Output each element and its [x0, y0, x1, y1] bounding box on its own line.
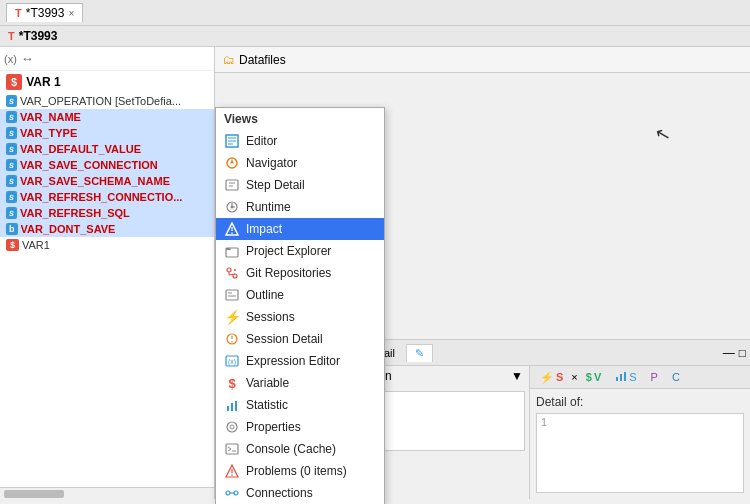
s-badge: s [6, 95, 17, 107]
br-close-icon[interactable]: × [571, 371, 577, 383]
tab-label: *T3993 [26, 6, 65, 20]
br-v-label: V [594, 371, 601, 383]
list-item[interactable]: s VAR_REFRESH_SQL [0, 205, 214, 221]
git-label: Git Repositories [246, 266, 331, 280]
br-s2-label: S [629, 371, 636, 383]
edit-tab-icon: ✎ [415, 347, 424, 360]
menu-item-problems[interactable]: Problems (0 items) [216, 460, 384, 482]
datafiles-label: Datafiles [239, 53, 286, 67]
arrow-icon: ↔ [21, 51, 34, 66]
menu-item-editor[interactable]: Editor [216, 130, 384, 152]
menu-item-step-detail[interactable]: Step Detail [216, 174, 384, 196]
sessions-icon: ⚡ [224, 309, 240, 325]
svg-rect-22 [226, 290, 238, 300]
var-main-name: VAR 1 [26, 75, 60, 89]
br-tab-sessions[interactable]: ⚡ S [534, 370, 569, 385]
svg-marker-5 [230, 159, 234, 164]
navigator-label: Navigator [246, 156, 297, 170]
tab-close-icon[interactable]: × [68, 8, 74, 19]
svg-point-17 [227, 268, 231, 272]
list-item-text: VAR_OPERATION [SetToDefia... [20, 95, 181, 107]
list-item[interactable]: s VAR_DEFAULT_VALUE [0, 141, 214, 157]
menu-item-sessions[interactable]: ⚡ Sessions [216, 306, 384, 328]
b-badge: b [6, 223, 18, 235]
views-dropdown-menu: Views Editor Navigator Step Detail [215, 107, 385, 504]
mouse-cursor: ↖ [652, 121, 672, 146]
statistic-icon [224, 397, 240, 413]
var-list: s VAR_OPERATION [SetToDefia... s VAR_NAM… [0, 93, 214, 487]
down-arrow-icon[interactable]: ▼ [511, 369, 523, 383]
menu-item-runtime[interactable]: Runtime [216, 196, 384, 218]
connections-label: Connections [246, 486, 313, 500]
svg-point-41 [234, 491, 238, 495]
menu-item-project-explorer[interactable]: Project Explorer [216, 240, 384, 262]
menu-item-console[interactable]: Console (Cache) [216, 438, 384, 460]
var-dollar-badge: $ [6, 74, 22, 90]
menu-item-properties[interactable]: Properties [216, 416, 384, 438]
br-tab-stat[interactable]: S [609, 369, 642, 385]
list-item[interactable]: s VAR_NAME [0, 109, 214, 125]
list-item[interactable]: s VAR_TYPE [0, 125, 214, 141]
runtime-label: Runtime [246, 200, 291, 214]
menu-item-expression-editor[interactable]: (x) Expression Editor [216, 350, 384, 372]
br-tab-p[interactable]: P [645, 370, 664, 384]
maximize-button[interactable]: □ [739, 346, 746, 360]
connections-icon [224, 485, 240, 501]
svg-rect-45 [624, 372, 626, 381]
list-item[interactable]: b VAR_DONT_SAVE [0, 221, 214, 237]
svg-point-19 [234, 269, 236, 271]
svg-rect-6 [226, 180, 238, 190]
menu-item-session-detail[interactable]: Session Detail [216, 328, 384, 350]
list-item-text: VAR1 [22, 239, 50, 251]
s-badge: s [6, 143, 17, 155]
main-tab[interactable]: T *T3993 × [6, 3, 83, 22]
s-badge: s [6, 207, 17, 219]
br-tab-var[interactable]: $ V [580, 370, 607, 384]
breadcrumb-label: *T3993 [19, 29, 58, 43]
tab-edit[interactable]: ✎ [406, 344, 433, 362]
list-item[interactable]: s VAR_OPERATION [SetToDefia... [0, 93, 214, 109]
sessions-label: Sessions [246, 310, 295, 324]
svg-rect-43 [616, 377, 618, 381]
variable-label: Variable [246, 376, 289, 390]
detail-of-label: Detail of: [536, 395, 744, 409]
horizontal-scrollbar[interactable] [0, 487, 214, 499]
br-s-label: S [556, 371, 563, 383]
project-explorer-label: Project Explorer [246, 244, 331, 258]
list-item-text: VAR_TYPE [20, 127, 77, 139]
list-item[interactable]: s VAR_REFRESH_CONNECTIO... [0, 189, 214, 205]
s-badge: s [6, 111, 17, 123]
br-p-label: P [651, 371, 658, 383]
menu-item-git[interactable]: Git Repositories [216, 262, 384, 284]
svg-point-40 [226, 491, 230, 495]
properties-icon [224, 419, 240, 435]
list-item[interactable]: s VAR_SAVE_SCHEMA_NAME [0, 173, 214, 189]
list-item[interactable]: s VAR_SAVE_CONNECTION [0, 157, 214, 173]
step-detail-label: Step Detail [246, 178, 305, 192]
console-icon [224, 441, 240, 457]
var-main-item[interactable]: $ VAR 1 [0, 71, 214, 93]
problems-label: Problems (0 items) [246, 464, 347, 478]
br-tab-c[interactable]: C [666, 370, 686, 384]
svg-rect-30 [227, 406, 229, 411]
list-item[interactable]: $ VAR1 [0, 237, 214, 253]
s-badge: s [6, 191, 17, 203]
list-item-text: VAR_DEFAULT_VALUE [20, 143, 141, 155]
menu-header: Views [216, 108, 384, 130]
tab-icon: T [15, 7, 22, 19]
left-toolbar: (x) ↔ [0, 47, 214, 71]
menu-item-impact[interactable]: Impact [216, 218, 384, 240]
menu-item-statistic[interactable]: Statistic [216, 394, 384, 416]
svg-rect-31 [231, 403, 233, 411]
session-detail-label: Session Detail [246, 332, 323, 346]
minimize-button[interactable]: — [723, 346, 735, 360]
detail-line-number: 1 [541, 416, 547, 428]
svg-text:(x): (x) [228, 358, 236, 366]
scroll-thumb[interactable] [4, 490, 64, 498]
menu-item-navigator[interactable]: Navigator [216, 152, 384, 174]
menu-item-outline[interactable]: Outline [216, 284, 384, 306]
menu-item-variable[interactable]: $ Variable [216, 372, 384, 394]
svg-rect-32 [235, 401, 237, 411]
menu-item-connections[interactable]: Connections [216, 482, 384, 504]
session-detail-icon [224, 331, 240, 347]
